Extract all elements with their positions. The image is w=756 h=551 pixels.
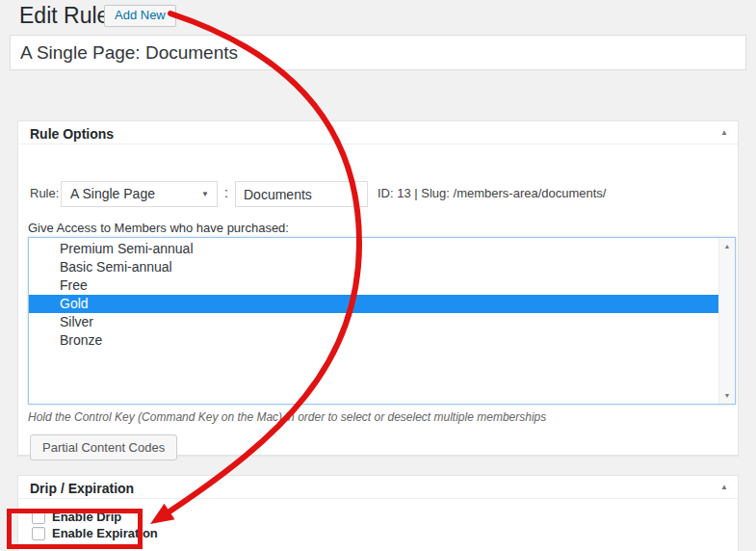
enable-drip-label: Enable Drip — [52, 510, 121, 524]
collapse-arrow-icon[interactable]: ▲ — [720, 483, 728, 492]
enable-drip-row[interactable]: Enable Drip — [32, 510, 121, 524]
enable-expiration-label: Enable Expiration — [52, 526, 158, 540]
edit-rule-page: Edit Rule Add New Rule Options ▲ Rule: A… — [0, 0, 756, 551]
enable-drip-checkbox[interactable] — [32, 511, 45, 524]
collapse-arrow-icon[interactable]: ▲ — [720, 128, 728, 138]
enable-expiration-row[interactable]: Enable Expiration — [32, 526, 158, 540]
membership-option[interactable]: Silver — [29, 313, 718, 331]
drip-expiration-title: Drip / Expiration — [18, 476, 738, 497]
page-title: Edit Rule — [19, 3, 109, 29]
enable-expiration-checkbox[interactable] — [32, 527, 45, 540]
rule-value-input[interactable] — [235, 181, 368, 207]
rule-separator: : — [224, 185, 228, 200]
rule-options-title: Rule Options — [18, 121, 738, 143]
membership-option[interactable]: Bronze — [29, 331, 718, 350]
rule-label: Rule: — [30, 186, 59, 200]
multi-select-help-text: Hold the Control Key (Command Key on the… — [28, 410, 546, 424]
rule-type-selected-value: A Single Page — [70, 186, 155, 201]
rule-options-box: Rule Options ▲ Rule: A Single Page ▼ : I… — [17, 120, 739, 456]
membership-options: Premium Semi-annual Basic Semi-annual Fr… — [29, 240, 718, 350]
rule-type-select[interactable]: A Single Page ▼ — [61, 181, 218, 207]
access-label: Give Access to Members who have purchase… — [28, 221, 289, 235]
membership-option[interactable]: Free — [29, 276, 718, 295]
rule-options-header: Rule Options ▲ — [18, 121, 738, 144]
select-caret-icon: ▼ — [201, 182, 209, 206]
add-new-button[interactable]: Add New — [104, 5, 176, 27]
membership-option[interactable]: Basic Semi-annual — [29, 258, 718, 276]
rule-title-input[interactable] — [10, 35, 746, 70]
membership-option[interactable]: Gold — [29, 295, 718, 313]
drip-expiration-header: Drip / Expiration ▲ — [18, 476, 738, 499]
partial-content-codes-button[interactable]: Partial Content Codes — [30, 434, 177, 460]
scroll-up-icon[interactable]: ▲ — [719, 243, 735, 249]
membership-option[interactable]: Premium Semi-annual — [29, 240, 718, 258]
memberships-listbox[interactable]: Premium Semi-annual Basic Semi-annual Fr… — [28, 237, 736, 405]
id-slug-text: ID: 13 | Slug: /members-area/documents/ — [378, 186, 606, 200]
listbox-scrollbar[interactable]: ▲ ▼ — [718, 238, 735, 404]
scroll-down-icon[interactable]: ▼ — [719, 392, 735, 399]
drip-expiration-box: Drip / Expiration ▲ Enable Drip Enable E… — [17, 475, 739, 551]
